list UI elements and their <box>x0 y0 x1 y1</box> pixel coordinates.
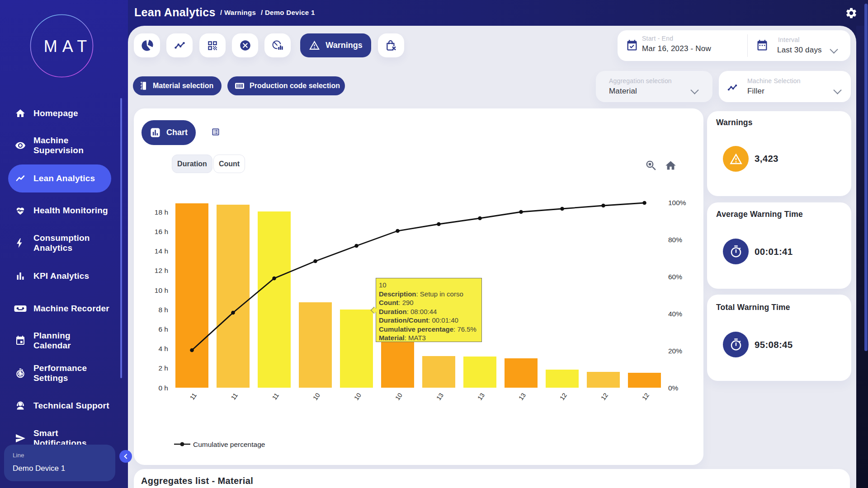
svg-text:13: 13 <box>517 391 527 401</box>
svg-text:12: 12 <box>641 391 651 401</box>
svg-text:80%: 80% <box>668 236 682 244</box>
svg-text:12: 12 <box>599 391 609 401</box>
svg-text:100%: 100% <box>668 199 686 206</box>
svg-text:12: 12 <box>558 391 568 401</box>
svg-text:10 h: 10 h <box>155 286 168 294</box>
svg-text:0 h: 0 h <box>158 384 168 392</box>
svg-text:13: 13 <box>476 391 486 401</box>
svg-text:16 h: 16 h <box>155 228 168 235</box>
svg-text:10: 10 <box>311 391 321 401</box>
svg-text:10: 10 <box>353 391 363 401</box>
svg-text:11: 11 <box>230 391 240 401</box>
svg-text:13: 13 <box>435 391 445 401</box>
svg-text:18 h: 18 h <box>155 208 168 216</box>
svg-text:8 h: 8 h <box>158 306 168 314</box>
svg-text:10: 10 <box>394 391 404 401</box>
svg-text:20%: 20% <box>668 347 682 355</box>
svg-text:11: 11 <box>271 391 281 401</box>
svg-text:Cumulative percentage: Cumulative percentage <box>193 441 265 448</box>
svg-text:12 h: 12 h <box>155 267 168 274</box>
svg-text:40%: 40% <box>668 310 682 318</box>
svg-text:4 h: 4 h <box>158 345 168 352</box>
svg-text:14 h: 14 h <box>155 247 168 255</box>
svg-text:6 h: 6 h <box>158 325 168 333</box>
svg-text:0%: 0% <box>668 384 679 392</box>
svg-text:60%: 60% <box>668 273 682 281</box>
svg-text:11: 11 <box>189 391 198 401</box>
svg-text:2 h: 2 h <box>158 364 168 372</box>
